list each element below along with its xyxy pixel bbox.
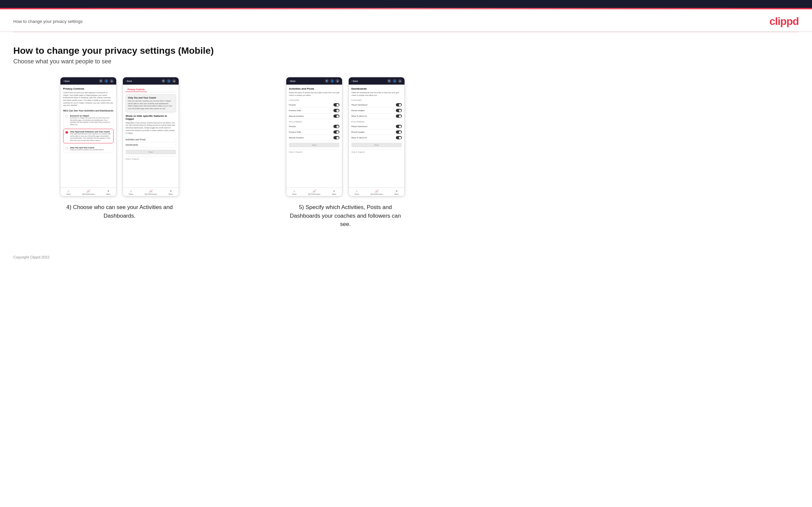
popup-title: Only You and Your Coach (128, 97, 174, 99)
phone-topbar-3: ‹ Back 🔍 👤 ⚙ (286, 77, 342, 84)
chevron-activities: › (175, 138, 176, 141)
back-label-2[interactable]: ‹ Back (125, 80, 132, 82)
settings-icon-1[interactable]: ⚙ (110, 79, 114, 83)
search-icon-2[interactable]: 🔍 (161, 79, 165, 83)
round-insights-followers-toggle[interactable] (396, 130, 402, 134)
save-button-2[interactable]: Save (125, 150, 176, 154)
toggle-what-to-work-followers: What To Work On (351, 135, 402, 141)
phone-nav-2: ⌂ Home 📈 My Performance ≡ Menu (123, 187, 179, 196)
person-icon-4[interactable]: 👤 (393, 79, 397, 83)
person-icon-2[interactable]: 👤 (167, 79, 171, 83)
tab-privacy-controls[interactable]: Privacy Controls (125, 87, 147, 92)
phone-topbar-4: ‹ Back 🔍 👤 ⚙ (349, 77, 405, 84)
nav-performance-2[interactable]: 📈 My Performance (145, 189, 157, 195)
home-icon-4: ⌂ (356, 189, 358, 193)
override-desc: Regardless of the privacy controls that … (125, 122, 176, 134)
phone-screen-1: ‹ Back 🔍 👤 ⚙ Privacy Controls Control ho… (60, 77, 116, 196)
dashboards-desc: Select the dashboards that you'd like to… (351, 92, 402, 97)
chart-icon-1: 📈 (87, 189, 90, 193)
phone-nav-4: ⌂ Home 📈 My Performance ≡ Menu (349, 187, 405, 196)
what-to-work-coaches-toggle[interactable] (396, 114, 402, 118)
mockup-row: ‹ Back 🔍 👤 ⚙ Privacy Controls Control ho… (13, 77, 452, 229)
option-only-you[interactable]: Only You and Your Coach Only you and the… (63, 145, 114, 153)
help-support-2: Help & Support (125, 156, 176, 161)
radio-dot-approved (65, 131, 68, 134)
phone-screen-3: ‹ Back 🔍 👤 ⚙ Activities and Posts Select… (286, 77, 342, 196)
popup-body: Only you and the coaches you connect wit… (128, 100, 174, 110)
home-icon-2: ⌂ (130, 189, 132, 193)
nav-menu-3[interactable]: ≡ Menu (332, 189, 337, 195)
person-icon-3[interactable]: 👤 (330, 79, 334, 83)
activities-posts-desc: Select the types of activity that you'd … (289, 92, 340, 97)
drills-followers-toggle[interactable] (334, 130, 340, 134)
toggle-round-insights-coaches: Round Insights (351, 108, 402, 113)
save-button-3[interactable]: Save (289, 143, 340, 147)
tab-bar-2: Privacy Controls (125, 87, 176, 92)
option-approved[interactable]: Only Approved Followers and Your Coach O… (63, 129, 114, 143)
toggle-round-insights-followers: Round Insights (351, 129, 402, 135)
nav-menu-2[interactable]: ≡ Menu (169, 189, 173, 195)
save-button-4[interactable]: Save (351, 143, 402, 147)
popup-overlay: Only You and Your Coach Only you and the… (125, 94, 176, 112)
manual-followers-toggle[interactable] (334, 136, 340, 139)
logo: clippd (769, 15, 799, 27)
nav-menu-label-1: Menu (106, 193, 111, 195)
back-label-1[interactable]: ‹ Back (63, 80, 70, 82)
search-icon-3[interactable]: 🔍 (325, 79, 329, 83)
nav-menu-4[interactable]: ≡ Menu (395, 189, 399, 195)
player-dash-followers-toggle[interactable] (396, 125, 402, 128)
option-everyone[interactable]: Everyone on Clippd Everyone on Clippd ca… (63, 113, 114, 127)
back-label-4[interactable]: ‹ Back (351, 80, 358, 82)
settings-icon-4[interactable]: ⚙ (398, 79, 402, 83)
rounds-coaches-toggle[interactable] (334, 103, 340, 107)
phone-content-1: Privacy Controls Control how you and you… (60, 84, 116, 157)
menu-icon-1: ≡ (108, 189, 109, 193)
page-subtitle: Choose what you want people to see (13, 58, 452, 65)
player-dash-coaches-toggle[interactable] (396, 103, 402, 107)
nav-menu-1[interactable]: ≡ Menu (106, 189, 111, 195)
radio-dot-only-you (65, 147, 68, 150)
back-label-3[interactable]: ‹ Back (289, 80, 296, 82)
home-icon-1: ⌂ (68, 189, 69, 193)
header: How to change your privacy settings clip… (0, 9, 812, 32)
mockup-group-2: ‹ Back 🔍 👤 ⚙ Activities and Posts Select… (239, 77, 452, 229)
phone-content-3: Activities and Posts Select the types of… (286, 84, 342, 171)
top-bar-accent (0, 8, 812, 9)
nav-performance-4[interactable]: 📈 My Performance (371, 189, 383, 195)
nav-home-4[interactable]: ⌂ Home (355, 189, 359, 195)
what-to-work-followers-toggle[interactable] (396, 136, 402, 139)
home-icon-3: ⌂ (294, 189, 295, 193)
copyright: Copyright Clippd 2022 (13, 255, 49, 259)
person-icon-1[interactable]: 👤 (104, 79, 108, 83)
toggle-rounds-coaches: Rounds (289, 102, 340, 108)
toggle-what-to-work-coaches: What To Work On (351, 113, 402, 119)
nav-home-1[interactable]: ⌂ Home (66, 189, 71, 195)
nav-home-3[interactable]: ⌂ Home (292, 189, 297, 195)
drills-coaches-toggle[interactable] (334, 109, 340, 112)
search-icon-4[interactable]: 🔍 (387, 79, 391, 83)
nav-performance-1[interactable]: 📈 My Performance (82, 189, 95, 195)
phone-screen-4: ‹ Back 🔍 👤 ⚙ Dashboards Select the dashb… (348, 77, 405, 196)
menu-activities-posts[interactable]: Activities and Posts › (125, 137, 176, 143)
menu-dashboards[interactable]: Dashboards › (125, 143, 176, 148)
search-icon-1[interactable]: 🔍 (99, 79, 103, 83)
who-can-see-header: Who Can See Your Activities and Dashboar… (63, 110, 114, 112)
nav-home-2[interactable]: ⌂ Home (129, 189, 133, 195)
option-everyone-desc: Everyone on Clippd can search for you an… (70, 117, 111, 125)
player-dash-coaches-label: Player Dashboard (351, 104, 367, 106)
manual-coaches-toggle[interactable] (334, 114, 340, 118)
help-support-4: Help & Support (351, 149, 402, 154)
nav-performance-3[interactable]: 📈 My Performance (308, 189, 320, 195)
phone-screen-2: ‹ Back 🔍 👤 ⚙ Privacy Controls (122, 77, 179, 196)
nav-performance-label-1: My Performance (82, 193, 95, 195)
round-insights-coaches-label: Round Insights (351, 110, 365, 111)
rounds-followers-toggle[interactable] (334, 125, 340, 128)
chart-icon-3: 📈 (312, 189, 316, 193)
settings-icon-2[interactable]: ⚙ (172, 79, 176, 83)
nav-menu-label-4: Menu (395, 193, 399, 195)
round-insights-coaches-toggle[interactable] (396, 109, 402, 112)
caption-group-2: 5) Specify which Activities, Posts and D… (289, 203, 402, 229)
option-only-you-desc: Only you and the coaches you connect wit… (70, 149, 104, 151)
settings-icon-3[interactable]: ⚙ (336, 79, 340, 83)
toggle-player-dash-followers: Player Dashboard (351, 124, 402, 129)
